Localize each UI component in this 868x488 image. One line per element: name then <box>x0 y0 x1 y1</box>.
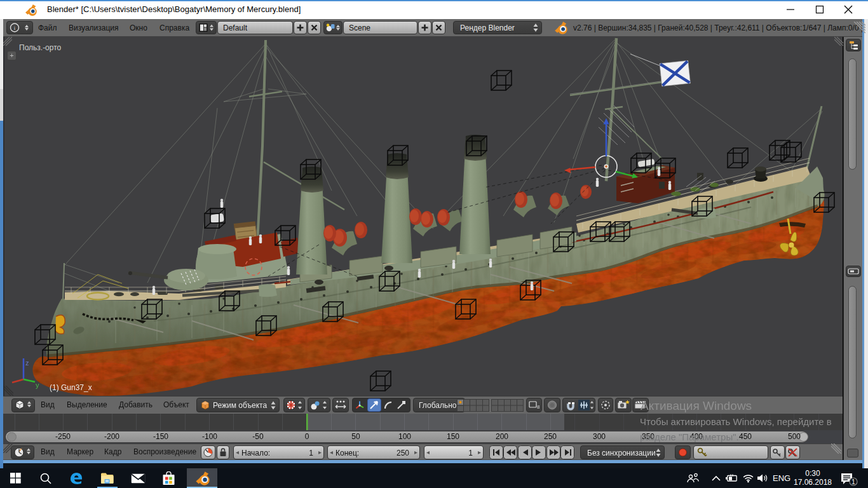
svg-text:i: i <box>14 25 16 31</box>
svg-text:8: 8 <box>537 404 540 410</box>
svg-text:y: y <box>36 381 39 389</box>
svg-text:1: 1 <box>851 478 855 485</box>
svg-text:z: z <box>25 359 29 367</box>
